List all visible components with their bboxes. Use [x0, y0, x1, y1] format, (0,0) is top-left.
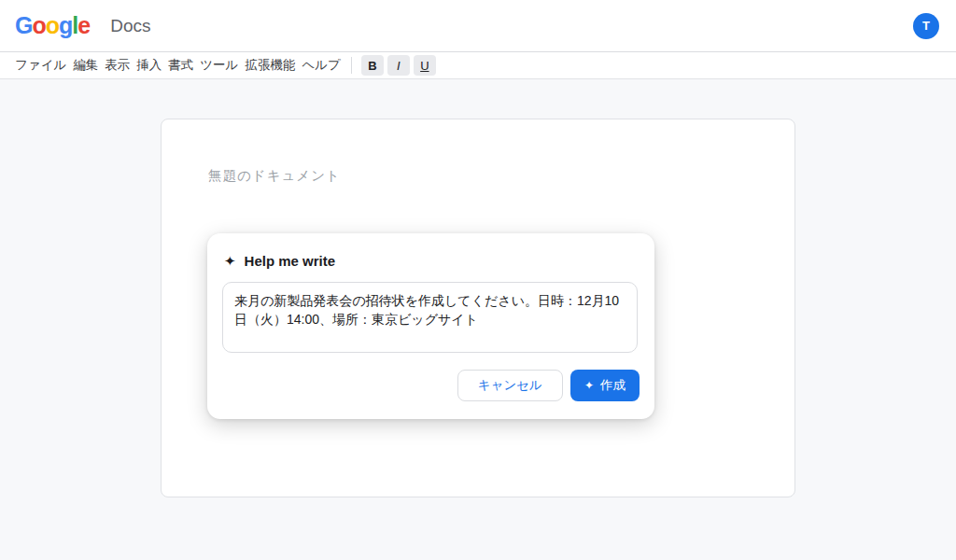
menu-item-tools[interactable]: ツール [200, 57, 238, 74]
cancel-button[interactable]: キャンセル [457, 370, 563, 401]
italic-button[interactable]: I [387, 55, 410, 76]
create-button-label: 作成 [600, 377, 626, 394]
menu-item-extensions[interactable]: 拡張機能 [245, 57, 295, 74]
menu-item-insert[interactable]: 挿入 [136, 57, 162, 74]
logo-letter: e [77, 12, 90, 38]
sparkle-icon: ✦ [584, 380, 594, 391]
sparkle-icon: ✦ [224, 254, 236, 268]
menu-item-format[interactable]: 書式 [168, 57, 193, 74]
prompt-input[interactable]: 来月の新製品発表会の招待状を作成してください。日時：12月10日（火）14:00… [222, 282, 638, 353]
menu-item-edit[interactable]: 編集 [73, 57, 98, 74]
document-title-placeholder: 無題のドキュメント [208, 167, 341, 185]
dialog-actions: キャンセル ✦ 作成 [457, 370, 640, 401]
bold-button[interactable]: B [361, 55, 384, 76]
logo-letter: o [46, 12, 59, 38]
logo-letter: o [32, 12, 45, 38]
google-logo[interactable]: Google [15, 14, 90, 37]
user-avatar[interactable]: T [913, 13, 939, 39]
logo-letter: G [15, 12, 32, 38]
app-title: Docs [110, 16, 150, 36]
toolbar-divider [351, 57, 352, 74]
menu-item-help[interactable]: ヘルプ [302, 57, 340, 74]
menu-item-file[interactable]: ファイル [15, 57, 66, 74]
underline-button[interactable]: U [414, 55, 436, 76]
menu-bar: ファイル 編集 表示 挿入 書式 ツール 拡張機能 ヘルプ B I U [0, 52, 956, 79]
logo-letter: g [59, 12, 72, 38]
help-me-write-dialog: ✦ Help me write 来月の新製品発表会の招待状を作成してください。日… [207, 233, 654, 419]
create-button[interactable]: ✦ 作成 [570, 370, 640, 401]
dialog-title: Help me write [245, 253, 336, 269]
dialog-header: ✦ Help me write [224, 253, 335, 269]
menu-item-view[interactable]: 表示 [105, 57, 130, 74]
app-header: Google Docs T [0, 0, 956, 52]
